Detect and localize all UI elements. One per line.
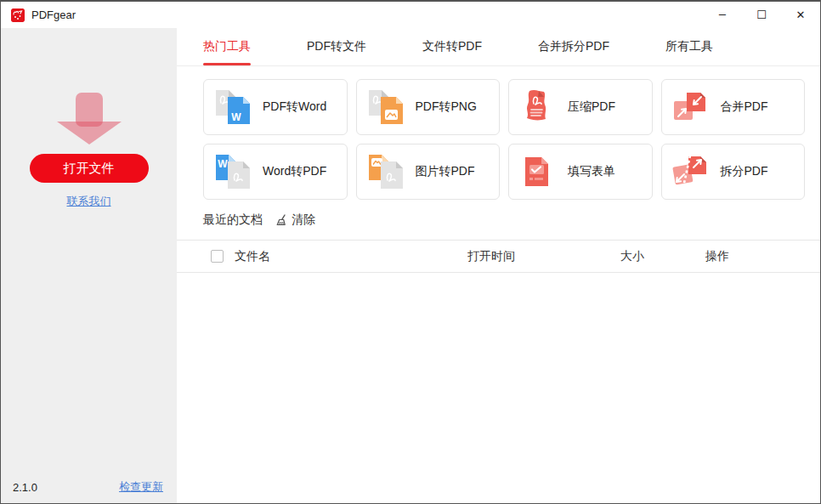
sidebar-footer: 2.1.0 检查更新 [1,479,177,495]
tab-hot-tools[interactable]: 热门工具 [203,28,251,65]
close-button[interactable]: ✕ [781,2,820,28]
pdf-to-word-icon: W [214,88,252,126]
svg-text:W: W [231,111,241,123]
pdfgear-window: PDFgear ─ ☐ ✕ 打开文件 联系我们 2.1.0 检查更新 热门工具 [0,0,821,504]
pdf-to-png-icon [367,88,405,126]
tool-card-image-to-pdf[interactable]: 图片转PDF [356,144,501,200]
fill-form-icon [519,153,557,190]
word-to-pdf-icon: W [214,153,252,190]
svg-text:W: W [218,158,228,170]
open-file-button[interactable]: 打开文件 [30,154,149,183]
tool-card-label: 合并PDF [721,99,768,115]
column-filename: 文件名 [235,249,467,264]
compress-pdf-icon [519,88,557,126]
recent-documents-title: 最近的文档 [203,212,263,228]
column-size: 大小 [620,249,705,264]
tool-card-merge-pdf[interactable]: 合并PDF [661,79,806,135]
tool-card-label: PDF转Word [263,99,326,115]
merge-pdf-icon [672,88,710,126]
pdfgear-logo-icon [11,8,25,22]
tab-pdf-to-file[interactable]: PDF转文件 [307,28,366,65]
tool-card-label: Word转PDF [263,164,326,179]
tab-all-tools[interactable]: 所有工具 [665,28,713,65]
clear-recent-label: 清除 [292,212,315,228]
tool-card-grid: W PDF转Word PDF转PNG [203,79,805,200]
tool-card-label: 压缩PDF [568,99,615,115]
app-title: PDFgear [31,8,76,21]
recent-documents-header: 最近的文档 清除 [203,212,805,228]
maximize-button[interactable]: ☐ [742,2,781,28]
main-panel: 热门工具 PDF转文件 文件转PDF 合并拆分PDF 所有工具 W [177,28,820,503]
tab-merge-split-pdf[interactable]: 合并拆分PDF [538,28,609,65]
column-operation: 操作 [705,249,820,264]
tool-card-fill-form[interactable]: 填写表单 [508,144,653,200]
tool-card-pdf-to-png[interactable]: PDF转PNG [356,79,501,135]
tool-card-label: 拆分PDF [721,164,768,179]
sidebar: 打开文件 联系我们 2.1.0 检查更新 [1,28,177,503]
tool-card-compress-pdf[interactable]: 压缩PDF [508,79,653,135]
broom-icon [275,213,288,227]
check-update-link[interactable]: 检查更新 [119,479,163,495]
window-controls: ─ ☐ ✕ [703,2,820,28]
tool-card-label: 填写表单 [568,164,615,179]
image-to-pdf-icon [367,153,405,190]
column-open-time: 打开时间 [467,249,620,264]
title-bar: PDFgear ─ ☐ ✕ [1,2,820,28]
select-all-checkbox[interactable] [211,250,224,263]
contact-us-link[interactable]: 联系我们 [67,194,111,209]
tool-card-label: 图片转PDF [416,164,475,179]
clear-recent-button[interactable]: 清除 [275,212,315,228]
tab-file-to-pdf[interactable]: 文件转PDF [422,28,482,65]
tool-tabs: 热门工具 PDF转文件 文件转PDF 合并拆分PDF 所有工具 [177,28,820,66]
tool-card-pdf-to-word[interactable]: W PDF转Word [203,79,348,135]
tool-card-word-to-pdf[interactable]: W Word转PDF [203,144,348,200]
split-pdf-icon [672,153,710,190]
recent-table-header: 文件名 打开时间 大小 操作 [177,240,820,273]
minimize-button[interactable]: ─ [703,2,742,28]
download-arrow-icon [54,93,125,145]
tool-card-label: PDF转PNG [416,99,477,115]
version-label: 2.1.0 [13,481,37,494]
tool-card-split-pdf[interactable]: 拆分PDF [661,144,806,200]
